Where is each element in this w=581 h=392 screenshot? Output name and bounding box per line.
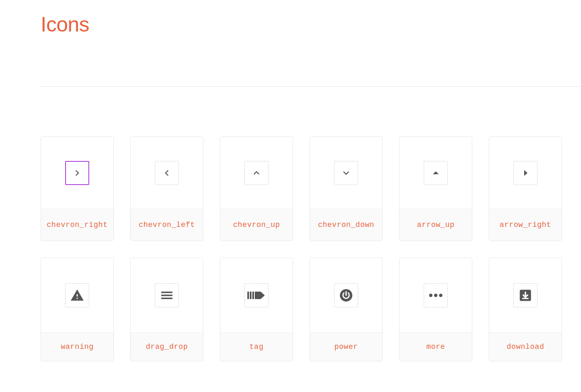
icon-box — [334, 161, 358, 185]
divider — [41, 86, 581, 87]
icon-card-power[interactable]: power — [310, 258, 383, 361]
icon-preview — [489, 137, 561, 209]
icon-card-drag-drop[interactable]: drag_drop — [130, 258, 203, 361]
icon-preview — [310, 137, 382, 209]
icon-label: arrow_right — [489, 209, 561, 241]
icon-box — [244, 161, 269, 185]
icon-label: chevron_down — [310, 209, 382, 241]
icon-preview — [41, 137, 113, 209]
icon-label: warning — [41, 332, 113, 361]
icon-box — [155, 283, 179, 307]
svg-rect-8 — [522, 298, 529, 299]
icon-card-tag[interactable]: tag — [220, 258, 293, 361]
icon-card-chevron-left[interactable]: chevron_left — [130, 136, 203, 241]
icon-card-arrow-right[interactable]: arrow_right — [489, 136, 562, 241]
icon-card-chevron-down[interactable]: chevron_down — [310, 136, 383, 241]
icon-box — [65, 283, 89, 307]
page-title: Icons — [41, 12, 581, 37]
icon-card-warning[interactable]: warning — [41, 258, 114, 361]
icon-box — [65, 161, 89, 185]
icon-preview — [400, 258, 472, 332]
icon-preview — [131, 137, 203, 209]
icon-preview — [400, 137, 472, 209]
icon-label: more — [400, 332, 472, 361]
icon-card-chevron-right[interactable]: chevron_right — [41, 136, 114, 241]
icon-label: power — [310, 332, 382, 361]
drag-drop-icon — [159, 288, 174, 303]
icon-preview — [131, 258, 203, 332]
icon-box — [155, 161, 179, 185]
svg-rect-0 — [247, 292, 249, 299]
icon-box — [513, 283, 537, 307]
icon-box — [424, 161, 448, 185]
download-icon — [518, 288, 533, 303]
icon-label: chevron_left — [131, 209, 203, 241]
icon-preview — [310, 258, 382, 332]
icon-card-download[interactable]: download — [489, 258, 562, 361]
power-icon — [339, 288, 354, 303]
chevron-right-icon — [71, 167, 83, 179]
arrow-right-icon — [520, 168, 530, 178]
warning-icon — [70, 288, 84, 302]
chevron-up-icon — [251, 167, 262, 179]
chevron-down-icon — [340, 167, 352, 179]
icon-box — [424, 283, 448, 307]
svg-rect-2 — [252, 292, 254, 299]
icon-label: arrow_up — [400, 209, 472, 241]
svg-point-5 — [434, 294, 437, 297]
more-icon — [428, 293, 443, 298]
icon-label: download — [489, 332, 561, 361]
icon-card-chevron-up[interactable]: chevron_up — [220, 136, 293, 241]
icon-preview — [220, 258, 293, 332]
icon-box — [244, 283, 269, 307]
icon-preview — [41, 258, 113, 332]
icon-grid: chevron_right chevron_left chevron_up — [41, 136, 564, 361]
icon-card-arrow-up[interactable]: arrow_up — [399, 136, 472, 241]
icon-label: tag — [220, 332, 293, 361]
tag-icon — [247, 290, 266, 301]
icon-box — [334, 283, 358, 307]
icon-box — [513, 161, 537, 185]
svg-rect-1 — [250, 292, 251, 299]
svg-point-4 — [429, 294, 432, 297]
icon-label: drag_drop — [131, 332, 203, 361]
icon-label: chevron_up — [220, 209, 293, 241]
icon-card-more[interactable]: more — [399, 258, 472, 361]
icon-preview — [220, 137, 293, 209]
svg-point-6 — [439, 294, 442, 297]
arrow-up-icon — [431, 168, 441, 178]
icon-preview — [489, 258, 561, 332]
chevron-left-icon — [161, 167, 173, 179]
icon-label: chevron_right — [41, 209, 113, 241]
